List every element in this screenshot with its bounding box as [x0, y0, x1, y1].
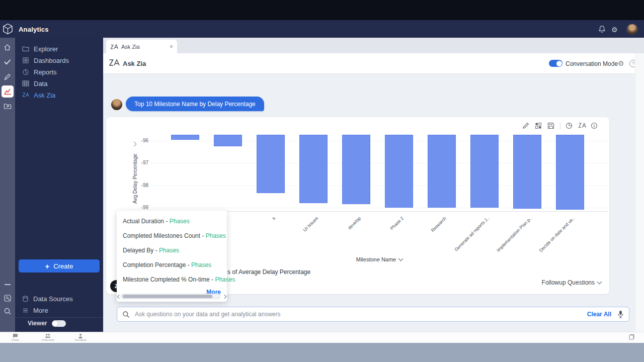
dock-item-channels[interactable]: Channels [40, 333, 56, 341]
sidebar-item-more[interactable]: More [22, 307, 48, 314]
y-tick-label: -97 [125, 160, 148, 165]
sidebar-divider [15, 317, 103, 318]
bar-9[interactable] [513, 135, 541, 209]
bar-7[interactable] [428, 135, 456, 208]
sidebar-item-ask-zia[interactable]: Ask Zia [22, 89, 98, 101]
gear-icon[interactable]: ⚙ [611, 26, 618, 34]
header-divider [612, 59, 612, 67]
dock-item-contacts[interactable]: Contacts [72, 333, 89, 341]
data-sources-label: Data Sources [33, 295, 73, 303]
ask-question-bar: Clear All [117, 307, 629, 322]
sidebar-item-data[interactable]: Data [22, 78, 98, 89]
bar-3[interactable] [257, 135, 285, 193]
info-icon[interactable] [591, 122, 598, 130]
mic-icon[interactable] [617, 310, 624, 319]
edit-pencil-icon[interactable] [522, 122, 530, 130]
create-button[interactable]: + Create [19, 259, 100, 273]
suggestion-category: Phases [206, 232, 226, 239]
more-label: More [33, 307, 48, 314]
tab-bar [103, 38, 644, 53]
dock-item-label: Channels [40, 338, 56, 341]
hamburger-icon [22, 307, 29, 314]
scroll-right-icon[interactable] [222, 295, 226, 299]
analytics-active-indicator[interactable] [2, 85, 14, 98]
suggestion-item[interactable]: Actual Duration - Phases [123, 214, 221, 229]
suggestion-item[interactable]: Milestone Completed % On-time - Phases [123, 273, 221, 287]
zoho-logo-cube-icon[interactable] [3, 23, 13, 35]
conversation-mode-toggle[interactable] [549, 60, 562, 67]
tasks-check-icon[interactable] [4, 59, 11, 65]
y-tick-label: -99 [125, 205, 148, 210]
dashboards-icon [22, 57, 29, 64]
dock-item-label: Contacts [72, 338, 89, 341]
settings-gear-icon[interactable]: ⚙ [618, 59, 624, 67]
zia-response-text: s of Average Delay Percentage [227, 268, 310, 276]
sidebar-item-data-sources[interactable]: Data Sources [22, 295, 73, 303]
zia-icon [110, 44, 118, 50]
bar-8[interactable] [470, 135, 499, 208]
group-icon [40, 333, 56, 338]
chat-bubble-icon [7, 333, 23, 338]
user-avatar[interactable] [626, 24, 638, 35]
suggestion-item[interactable]: Completed Milestones Count - Phases [123, 229, 221, 243]
user-message-avatar [111, 99, 122, 110]
user-search-icon[interactable] [4, 294, 12, 302]
create-button-label: Create [53, 262, 73, 270]
reports-icon [22, 69, 29, 76]
clipboard-icon[interactable] [628, 334, 635, 340]
suggestions-list: Actual Duration - PhasesCompleted Milest… [123, 214, 221, 287]
page-title: Ask Zia [123, 60, 146, 67]
viewer-toggle[interactable] [52, 320, 66, 327]
suggestion-category: Phases [191, 261, 211, 268]
brush-icon[interactable] [4, 73, 11, 80]
zia-icon [22, 92, 29, 99]
bar-5[interactable] [342, 135, 370, 204]
followup-questions-link[interactable]: Followup Questions [542, 279, 601, 286]
presentation-top-bar [0, 0, 644, 20]
scrollbar-gutter[interactable] [635, 53, 644, 332]
chevron-down-icon [597, 280, 602, 285]
suggestion-category: Phases [159, 247, 179, 254]
bar-1[interactable] [171, 135, 199, 140]
scrollbar-thumb[interactable] [123, 295, 212, 298]
zia-logo-icon [109, 58, 120, 67]
sidebar-item-dashboards[interactable]: Dashboards [22, 55, 98, 66]
suggestion-item[interactable]: Delayed By - Phases [123, 243, 221, 258]
folder-icon [22, 46, 29, 53]
toolbar-divider [560, 123, 560, 129]
view-grid-icon[interactable] [535, 122, 542, 130]
bell-icon[interactable] [598, 25, 606, 33]
save-icon[interactable] [547, 122, 555, 130]
horizontal-scrollbar[interactable] [121, 294, 220, 299]
bar-2[interactable] [214, 135, 242, 146]
sidebar-item-label: Ask Zia [34, 92, 55, 99]
zia-icon[interactable] [578, 122, 586, 130]
clear-all-button[interactable]: Clear All [587, 311, 611, 318]
bar-4[interactable] [299, 135, 328, 203]
database-icon [22, 296, 29, 302]
suggestions-dropdown: Actual Duration - PhasesCompleted Milest… [117, 211, 227, 302]
suggestion-item[interactable]: Completion Percentage - Phases [123, 258, 221, 273]
y-tick-label: -96 [125, 138, 148, 143]
close-icon[interactable]: × [170, 43, 173, 50]
user-query-bubble[interactable]: Top 10 Milestone Name by Delay Percentag… [126, 97, 264, 111]
sidebar-item-explorer[interactable]: Explorer [22, 43, 98, 55]
person-icon [72, 333, 89, 338]
chart-type-pie-icon[interactable] [566, 122, 573, 130]
home-icon[interactable] [4, 44, 11, 51]
sidebar-item-reports[interactable]: Reports [22, 66, 98, 78]
tab-ask-zia[interactable]: Ask Zia × [106, 40, 177, 53]
viewer-row: Viewer [28, 320, 66, 327]
dock-item-chats[interactable]: Chats [7, 333, 23, 341]
sidebar-item-label: Explorer [34, 45, 58, 53]
question-input[interactable] [134, 310, 587, 318]
tab-label: Ask Zia [121, 44, 170, 50]
suggestion-category: Phases [170, 218, 190, 225]
zoom-search-icon[interactable] [4, 307, 12, 315]
app-topbar [0, 20, 644, 38]
collapse-dash-icon[interactable] [5, 284, 11, 285]
y-tick-label: -98 [125, 183, 148, 188]
bar-10[interactable] [556, 135, 584, 210]
bar-6[interactable] [385, 135, 413, 208]
export-folder-icon[interactable] [4, 103, 12, 110]
